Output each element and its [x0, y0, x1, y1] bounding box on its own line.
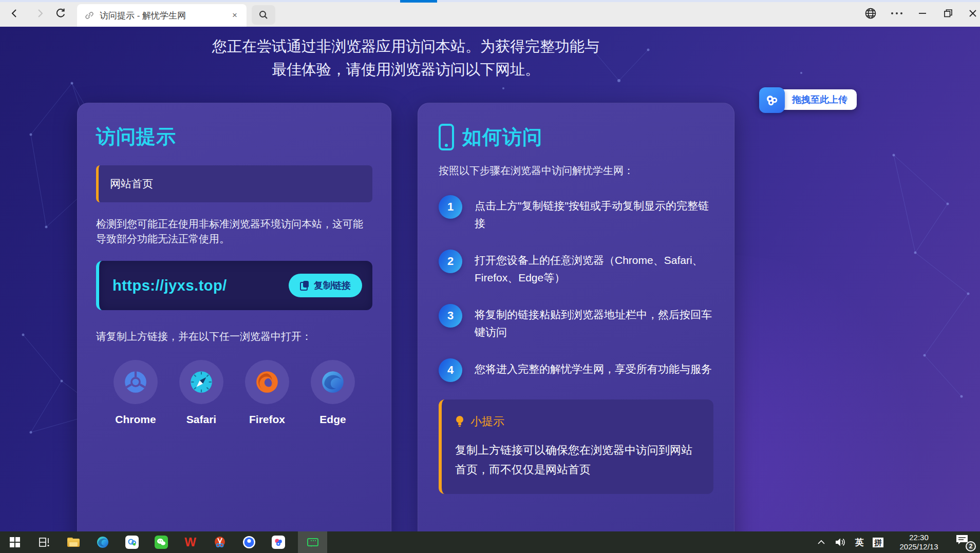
edge-icon — [320, 369, 346, 395]
restore-icon — [944, 9, 953, 18]
webpage-viewport: 您正在尝试通过非浏览器应用访问本站。为获得完整功能与 最佳体验，请使用浏览器访问… — [0, 27, 980, 531]
tip-title-row: 小提示 — [455, 414, 700, 429]
step-4: 4 您将进入完整的解忧学生网，享受所有功能与服务 — [439, 358, 713, 382]
tab-close-button[interactable]: × — [230, 9, 239, 22]
cloud-drive-button[interactable] — [117, 531, 146, 553]
step-1-number: 1 — [439, 195, 462, 219]
tip-title: 小提示 — [470, 414, 504, 429]
restore-button[interactable] — [941, 6, 955, 21]
minimize-button[interactable] — [915, 6, 930, 21]
forward-icon — [35, 8, 45, 18]
browser-item-safari[interactable]: Safari — [173, 360, 230, 426]
forward-button[interactable] — [33, 6, 47, 21]
firefox-icon — [254, 369, 280, 395]
step-2: 2 打开您设备上的任意浏览器（Chrome、Safari、Firefox、Edg… — [439, 250, 713, 287]
notification-center-button[interactable]: 2 — [954, 533, 975, 551]
wps-office-button[interactable]: W — [176, 531, 205, 553]
close-window-button[interactable] — [966, 6, 980, 21]
tip-box: 小提示 复制上方链接可以确保您在浏览器中访问到网站首页，而不仅仅是网站首页 — [439, 399, 713, 494]
back-icon — [9, 8, 20, 18]
window-top-strip — [0, 0, 980, 2]
access-notice-card: 访问提示 网站首页 检测到您可能正在使用非标准浏览器环境访问本站，这可能导致部分… — [77, 103, 391, 531]
detection-description: 检测到您可能正在使用非标准浏览器环境访问本站，这可能导致部分功能无法正常使用。 — [96, 217, 372, 246]
clock-time: 22:30 — [909, 533, 929, 542]
notification-badge: 2 — [966, 541, 976, 551]
message-app-button-active[interactable] — [298, 531, 327, 553]
site-home-label: 网站首页 — [110, 178, 153, 189]
right-card-title-row: 如何访问 — [439, 124, 713, 150]
site-url[interactable]: https://jyxs.top/ — [112, 277, 289, 294]
task-view-button[interactable] — [29, 531, 59, 553]
clock[interactable]: 22:30 2025/12/13 — [892, 533, 946, 551]
phone-icon — [439, 124, 454, 150]
volume-icon[interactable] — [834, 537, 846, 547]
bulb-icon — [455, 415, 464, 428]
cloud-drive-icon — [125, 536, 139, 549]
page-load-progress-bar — [400, 0, 437, 3]
tip-text: 复制上方链接可以确保您在浏览器中访问到网站首页，而不仅仅是网站首页 — [455, 441, 700, 480]
globe-button[interactable] — [863, 6, 878, 21]
firefox-circle — [245, 360, 289, 404]
back-button[interactable] — [7, 6, 22, 21]
step-2-text: 打开您设备上的任意浏览器（Chrome、Safari、Firefox、Edge等… — [475, 250, 713, 287]
wechat-button[interactable] — [146, 531, 176, 553]
search-button[interactable] — [252, 5, 275, 25]
step-4-number: 4 — [439, 358, 462, 382]
copy-link-button[interactable]: 复制链接 — [289, 274, 362, 297]
baidu-netdisk-cloud-icon — [764, 92, 780, 108]
message-app-icon — [307, 538, 318, 546]
browser-tab[interactable]: 访问提示 - 解忧学生网 × — [77, 4, 247, 27]
start-button[interactable] — [0, 531, 29, 553]
browser-item-chrome[interactable]: Chrome — [107, 360, 164, 426]
quark-browser-button[interactable] — [234, 531, 263, 553]
language-indicator[interactable]: 英 — [855, 537, 864, 548]
baidu-netdisk-button[interactable] — [263, 531, 293, 553]
step-3: 3 将复制的链接粘贴到浏览器地址栏中，然后按回车键访问 — [439, 304, 713, 341]
baidu-netdisk-badge[interactable] — [759, 87, 785, 113]
link-icon — [84, 10, 95, 21]
chrome-label: Chrome — [115, 413, 156, 426]
chrome-circle — [114, 360, 158, 404]
edge-label: Edge — [319, 413, 346, 426]
close-icon — [968, 9, 977, 18]
more-icon — [891, 12, 902, 14]
wechat-icon — [155, 536, 168, 549]
edge-circle — [311, 360, 355, 404]
browser-toolbar: 访问提示 - 解忧学生网 × — [0, 0, 980, 27]
tab-title: 访问提示 - 解忧学生网 — [100, 10, 230, 22]
ime-indicator[interactable]: 拼 — [873, 538, 883, 547]
step-3-text: 将复制的链接粘贴到浏览器地址栏中，然后按回车键访问 — [475, 304, 713, 341]
hero-line-2: 最佳体验，请使用浏览器访问以下网址。 — [77, 58, 734, 81]
left-card-title: 访问提示 — [96, 124, 372, 150]
step-1: 1 点击上方"复制链接"按钮或手动复制显示的完整链接 — [439, 195, 713, 232]
taskbar: W — [0, 531, 980, 553]
refresh-button[interactable] — [53, 6, 68, 21]
safari-circle — [179, 360, 223, 404]
page-hero-text: 您正在尝试通过非浏览器应用访问本站。为获得完整功能与 最佳体验，请使用浏览器访问… — [77, 35, 734, 81]
more-options-button[interactable] — [890, 6, 904, 21]
step-1-text: 点击上方"复制链接"按钮或手动复制显示的完整链接 — [475, 195, 713, 232]
quark-browser-icon — [242, 536, 256, 549]
baidu-netdisk-icon — [272, 536, 285, 549]
browser-item-firefox[interactable]: Firefox — [239, 360, 295, 426]
scissors-tool-button[interactable] — [205, 531, 234, 553]
step-2-number: 2 — [439, 250, 462, 273]
url-box: https://jyxs.top/ 复制链接 — [96, 261, 372, 310]
copy-icon — [300, 281, 309, 291]
file-explorer-button[interactable] — [59, 531, 88, 553]
clock-date: 2025/12/13 — [899, 542, 938, 551]
browsers-row: Chrome Safari — [96, 360, 372, 426]
firefox-label: Firefox — [249, 413, 285, 426]
tray-chevron-up-icon[interactable] — [817, 540, 825, 545]
windows-logo-icon — [10, 537, 20, 547]
steps-list: 1 点击上方"复制链接"按钮或手动复制显示的完整链接 2 打开您设备上的任意浏览… — [439, 195, 713, 382]
edge-taskbar-icon — [96, 536, 109, 549]
steps-subtitle: 按照以下步骤在浏览器中访问解忧学生网： — [439, 164, 713, 178]
globe-icon — [864, 7, 877, 20]
edge-taskbar-button[interactable] — [88, 531, 117, 553]
wps-office-icon: W — [184, 535, 196, 549]
browser-item-edge[interactable]: Edge — [305, 360, 361, 426]
copy-link-label: 复制链接 — [314, 279, 351, 292]
step-3-number: 3 — [439, 304, 462, 328]
site-home-label-box: 网站首页 — [96, 165, 372, 202]
